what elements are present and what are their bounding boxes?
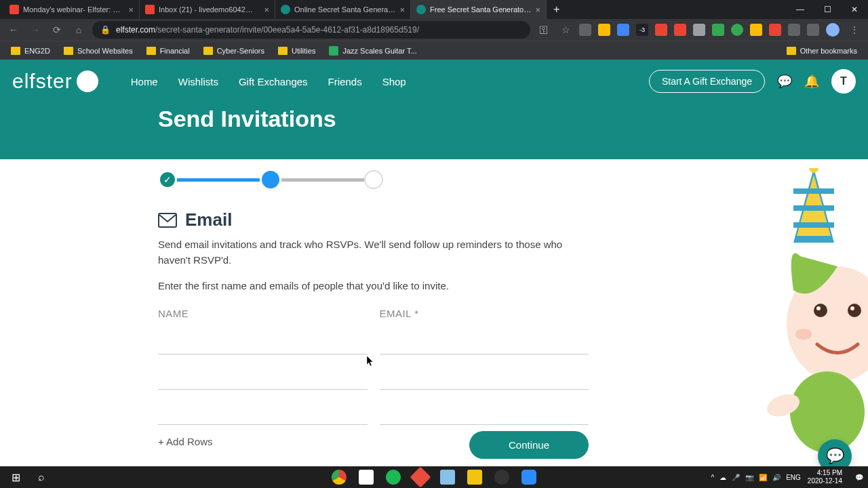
name-input-3[interactable] bbox=[158, 403, 368, 425]
volume-icon[interactable]: 🔊 bbox=[772, 474, 781, 481]
email-input-1[interactable] bbox=[380, 333, 589, 354]
logo[interactable]: elfster bbox=[12, 70, 98, 93]
star-icon[interactable]: ☆ bbox=[557, 22, 574, 38]
home-button[interactable]: ⌂ bbox=[71, 22, 87, 38]
mic-icon[interactable]: 🎤 bbox=[732, 474, 740, 481]
back-button[interactable]: ← bbox=[5, 22, 22, 38]
ext-icon[interactable] bbox=[693, 24, 705, 36]
ext-icon[interactable] bbox=[712, 24, 724, 36]
svg-point-9 bbox=[848, 304, 861, 317]
close-icon[interactable]: × bbox=[399, 5, 405, 15]
tab-2[interactable]: Online Secret Santa Generator &× bbox=[275, 0, 411, 19]
svg-rect-4 bbox=[793, 205, 834, 211]
reload-button[interactable]: ⟳ bbox=[49, 22, 65, 38]
email-input-3[interactable] bbox=[380, 403, 589, 425]
bookmark-folder[interactable]: Financial bbox=[141, 47, 195, 55]
ext-icon[interactable] bbox=[731, 24, 743, 36]
ext-icon[interactable] bbox=[598, 24, 610, 36]
spotify-app[interactable] bbox=[380, 466, 406, 488]
bookmarks-bar: ENG2D School Websites Financial Cyber-Se… bbox=[0, 41, 868, 60]
continue-button[interactable]: Continue bbox=[469, 431, 589, 459]
envelope-icon bbox=[158, 213, 177, 228]
other-bookmarks[interactable]: Other bookmarks bbox=[781, 47, 863, 55]
bookmark-label: School Websites bbox=[77, 47, 133, 55]
tray-icons[interactable]: ^ ☁ 🎤 📷 📶 🔊 ENG bbox=[711, 474, 800, 481]
notifications-button[interactable]: 💬 bbox=[853, 466, 865, 488]
maximize-button[interactable]: ☐ bbox=[814, 0, 841, 19]
start-button[interactable]: ⊞ bbox=[3, 466, 28, 488]
forward-button[interactable]: → bbox=[27, 22, 43, 38]
zoom-app[interactable] bbox=[516, 466, 542, 488]
key-icon[interactable]: ⚿ bbox=[536, 22, 552, 38]
bookmark-item[interactable]: Jazz Scales Guitar T... bbox=[323, 46, 422, 56]
ext-icon[interactable] bbox=[617, 24, 629, 36]
step-1-done: ✓ bbox=[158, 170, 177, 189]
address-bar[interactable]: 🔒 elfster.com/secret-santa-generator/inv… bbox=[92, 21, 530, 39]
bell-icon[interactable]: 🔔 bbox=[804, 74, 819, 89]
tab-label: Monday's webinar- Elfster: Onlin bbox=[23, 5, 124, 14]
language-indicator[interactable]: ENG bbox=[786, 474, 801, 481]
cast-icon[interactable] bbox=[807, 24, 819, 36]
settings-app[interactable] bbox=[489, 466, 515, 488]
app-note[interactable] bbox=[435, 466, 460, 488]
bookmark-label: Utilities bbox=[292, 47, 315, 55]
nav-friends[interactable]: Friends bbox=[328, 76, 362, 87]
search-button[interactable]: ⌕ bbox=[28, 466, 54, 488]
chrome-app[interactable] bbox=[326, 466, 352, 488]
name-input-1[interactable] bbox=[158, 333, 368, 354]
nav-gift-exchanges[interactable]: Gift Exchanges bbox=[239, 76, 308, 87]
puzzle-icon[interactable] bbox=[788, 24, 800, 36]
store-app[interactable] bbox=[353, 466, 379, 488]
ext-icon[interactable] bbox=[674, 24, 686, 36]
clock[interactable]: 4:15 PM 2020-12-14 bbox=[808, 469, 846, 485]
page-content: elfster Home Wishlists Gift Exchanges Fr… bbox=[0, 60, 868, 488]
folder-icon bbox=[203, 47, 213, 55]
tab-1[interactable]: Inbox (21) - livedemo6042@gma× bbox=[140, 0, 275, 19]
ext-icon[interactable] bbox=[750, 24, 762, 36]
navbar: elfster Home Wishlists Gift Exchanges Fr… bbox=[0, 60, 868, 103]
folder-icon bbox=[278, 47, 288, 55]
bookmark-folder[interactable]: ENG2D bbox=[5, 47, 56, 55]
email-input-2[interactable] bbox=[380, 368, 589, 390]
nav-wishlists[interactable]: Wishlists bbox=[178, 76, 218, 87]
user-avatar[interactable]: T bbox=[831, 69, 856, 94]
close-icon[interactable]: × bbox=[535, 5, 540, 15]
app-red[interactable] bbox=[408, 466, 433, 488]
svg-rect-5 bbox=[793, 222, 834, 228]
ext-icon[interactable] bbox=[769, 24, 781, 36]
hero: elfster Home Wishlists Gift Exchanges Fr… bbox=[0, 60, 868, 159]
chat-icon[interactable]: 💬 bbox=[777, 74, 792, 89]
start-exchange-button[interactable]: Start A Gift Exchange bbox=[649, 70, 765, 93]
nav-shop[interactable]: Shop bbox=[382, 76, 406, 87]
explorer-app[interactable] bbox=[462, 466, 488, 488]
taskbar-apps bbox=[326, 466, 542, 488]
close-icon[interactable]: × bbox=[264, 5, 269, 15]
bookmark-folder[interactable]: School Websites bbox=[58, 47, 138, 55]
tab-0[interactable]: Monday's webinar- Elfster: Onlin× bbox=[4, 0, 140, 19]
bookmark-folder[interactable]: Utilities bbox=[273, 47, 321, 55]
close-button[interactable]: ✕ bbox=[841, 0, 868, 19]
chevron-up-icon[interactable]: ^ bbox=[711, 474, 714, 481]
bookmark-folder[interactable]: Cyber-Seniors bbox=[198, 47, 270, 55]
gmail-icon bbox=[9, 5, 19, 14]
bookmark-label: Cyber-Seniors bbox=[217, 47, 264, 55]
gmail-icon bbox=[145, 5, 155, 14]
ext-icon[interactable] bbox=[579, 24, 591, 36]
tab-3[interactable]: Free Secret Santa Generator | Elf× bbox=[411, 0, 547, 19]
camera-icon[interactable]: 📷 bbox=[745, 474, 753, 481]
ext-icon[interactable] bbox=[655, 24, 667, 36]
elf-illustration bbox=[746, 168, 868, 453]
name-input-2[interactable] bbox=[158, 368, 368, 390]
svg-point-12 bbox=[795, 329, 812, 340]
profile-avatar[interactable] bbox=[826, 23, 840, 37]
wifi-icon[interactable]: 📶 bbox=[759, 474, 767, 481]
menu-icon[interactable]: ⋮ bbox=[846, 22, 863, 38]
cloud-icon[interactable]: ☁ bbox=[719, 474, 726, 481]
step-3-future bbox=[364, 170, 383, 189]
nav-home[interactable]: Home bbox=[131, 76, 158, 87]
new-tab-button[interactable]: + bbox=[547, 3, 566, 16]
close-icon[interactable]: × bbox=[128, 5, 134, 15]
ext-icon[interactable]: -3 bbox=[636, 24, 648, 36]
minimize-button[interactable]: — bbox=[787, 0, 814, 19]
email-column-header: EMAIL * bbox=[380, 308, 589, 319]
